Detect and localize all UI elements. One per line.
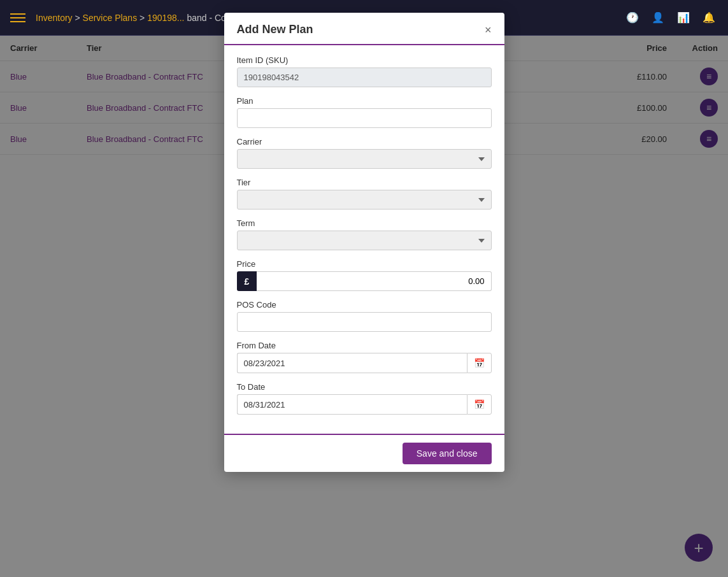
hamburger-menu[interactable] (10, 13, 25, 22)
plan-input[interactable] (237, 108, 492, 128)
chart-icon[interactable]: 📊 (674, 9, 692, 27)
from-date-input[interactable] (237, 353, 467, 373)
user-icon[interactable]: 👤 (649, 9, 667, 27)
from-date-group: From Date 📅 (237, 341, 492, 373)
modal-header: Add New Plan × (224, 13, 504, 45)
breadcrumb-sep2: > (139, 13, 147, 23)
item-id-label: Item ID (SKU) (237, 55, 492, 65)
to-date-input[interactable] (237, 394, 467, 415)
save-and-close-button[interactable]: Save and close (403, 443, 492, 464)
term-label: Term (237, 218, 492, 228)
to-date-group: To Date 📅 (237, 382, 492, 415)
from-date-label: From Date (237, 341, 492, 350)
modal-title: Add New Plan (237, 23, 313, 36)
price-label: Price (237, 259, 492, 269)
modal-footer: Save and close (224, 434, 504, 472)
carrier-label: Carrier (237, 137, 492, 146)
term-select[interactable] (237, 231, 492, 250)
pos-code-input[interactable] (237, 312, 492, 332)
tier-select[interactable] (237, 190, 492, 210)
to-date-input-group: 📅 (237, 394, 492, 415)
carrier-select[interactable]: Blue (237, 149, 492, 169)
from-date-calendar-button[interactable]: 📅 (467, 353, 492, 373)
tier-label: Tier (237, 178, 492, 187)
to-date-label: To Date (237, 382, 492, 392)
breadcrumb-inventory[interactable]: Inventory (36, 13, 73, 23)
add-new-plan-modal: Add New Plan × Item ID (SKU) Plan Carrie… (224, 13, 504, 472)
header-icons: 🕐 👤 📊 🔔 (624, 9, 718, 27)
from-date-input-group: 📅 (237, 353, 492, 373)
breadcrumb-item[interactable]: 190198... (147, 13, 184, 23)
item-id-input (237, 68, 492, 87)
clock-icon[interactable]: 🕐 (624, 9, 641, 27)
breadcrumb-service-plans[interactable]: Service Plans (83, 13, 138, 23)
calendar-icon: 📅 (474, 358, 485, 368)
price-group: Price £ (237, 259, 492, 291)
to-date-calendar-button[interactable]: 📅 (467, 394, 492, 415)
plan-label: Plan (237, 96, 492, 106)
term-group: Term (237, 218, 492, 250)
bell-icon[interactable]: 🔔 (700, 9, 718, 27)
pos-code-group: POS Code (237, 300, 492, 332)
price-input-group: £ (237, 271, 492, 291)
modal-body: Item ID (SKU) Plan Carrier Blue Tier Ter… (224, 45, 504, 434)
tier-group: Tier (237, 178, 492, 210)
price-input[interactable] (257, 271, 491, 291)
breadcrumb-sep1: > (75, 13, 82, 23)
pos-code-label: POS Code (237, 300, 492, 310)
modal-close-button[interactable]: × (485, 24, 492, 36)
price-prefix: £ (237, 271, 257, 291)
item-id-group: Item ID (SKU) (237, 55, 492, 87)
plan-group: Plan (237, 96, 492, 128)
calendar-icon: 📅 (474, 399, 485, 410)
carrier-group: Carrier Blue (237, 137, 492, 169)
